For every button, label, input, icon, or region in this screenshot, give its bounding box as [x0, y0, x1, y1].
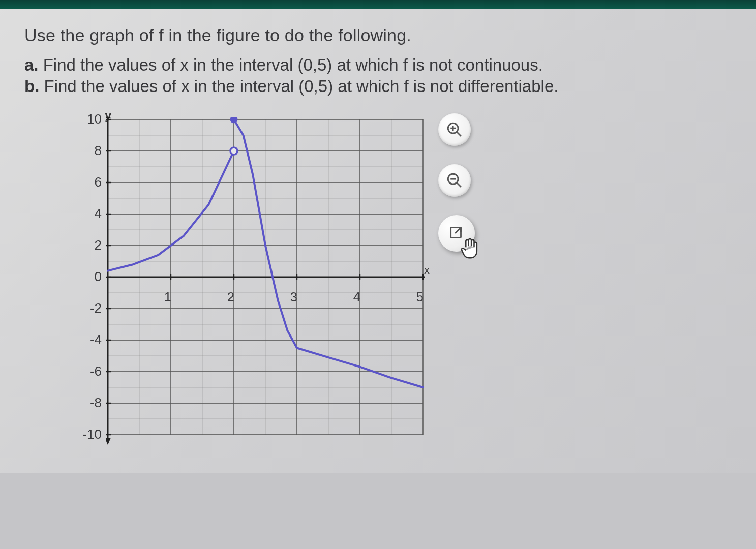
svg-line-76: [457, 182, 461, 187]
svg-marker-50: [106, 117, 111, 118]
y-tick: -8: [71, 395, 102, 411]
part-label-a: a.: [24, 55, 39, 74]
part-label-b: b.: [24, 77, 39, 96]
question-part-a: a. Find the values of x in the interval …: [24, 55, 732, 75]
question-part-b: b. Find the values of x in the interval …: [24, 77, 732, 96]
y-tick: 2: [71, 237, 102, 253]
open-in-new-button[interactable]: [438, 215, 475, 252]
y-tick: 10: [71, 111, 102, 127]
svg-line-72: [457, 132, 461, 136]
part-text-a: Find the values of x in the interval (0,…: [43, 55, 543, 74]
graph-figure: y x 10 8 6 4 2 0 -2 -4 -6 -8 -10 1 2 3 4…: [45, 111, 431, 457]
svg-marker-51: [106, 438, 111, 445]
question-intro: Use the graph of f in the figure to do t…: [24, 25, 732, 45]
y-tick: -10: [71, 426, 102, 442]
plot-svg: [106, 117, 425, 451]
graph-toolbar: [438, 113, 475, 252]
zoom-in-button[interactable]: [438, 113, 471, 146]
y-tick: 0: [71, 269, 102, 285]
y-tick: -4: [71, 332, 102, 348]
app-top-bar: [0, 0, 756, 9]
question-panel: Use the graph of f in the figure to do t…: [0, 9, 756, 473]
y-tick: -2: [71, 300, 102, 316]
hand-cursor-icon: [458, 235, 482, 263]
y-tick: 8: [71, 143, 102, 159]
zoom-out-icon: [446, 172, 463, 189]
svg-point-69: [230, 147, 237, 155]
y-tick: 6: [71, 174, 102, 190]
zoom-out-button[interactable]: [438, 164, 471, 197]
y-tick: 4: [71, 206, 102, 222]
part-text-b: Find the values of x in the interval (0,…: [44, 77, 559, 96]
zoom-in-icon: [446, 121, 463, 138]
y-tick: -6: [71, 363, 102, 379]
